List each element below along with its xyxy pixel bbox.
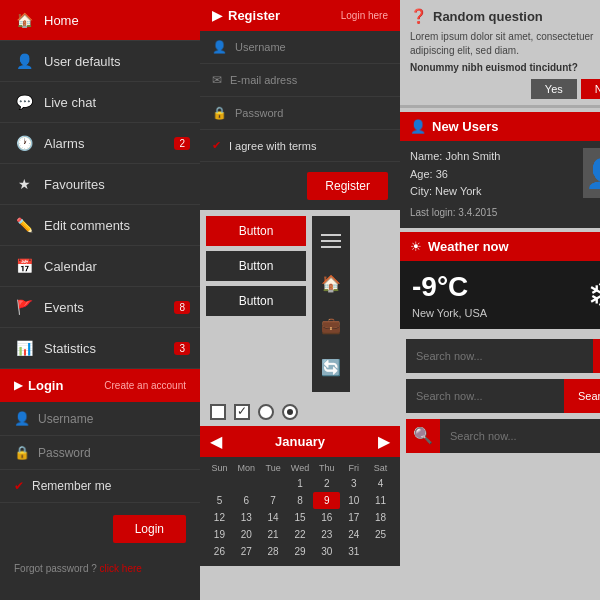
checkbox-checked[interactable] (234, 404, 250, 420)
cal-day-header-Thu: Thu (313, 461, 340, 475)
cal-day29[interactable]: 29 (287, 543, 314, 560)
username-field-row: 👤 (0, 402, 200, 436)
register-username-input[interactable] (235, 41, 388, 53)
cal-day31[interactable]: 31 (340, 543, 367, 560)
calendar-next[interactable]: ▶ (378, 432, 390, 451)
forgot-area: Forgot password ? click here (0, 555, 200, 582)
cal-day18[interactable]: 18 (367, 509, 394, 526)
register-email-row: ✉ (200, 64, 400, 97)
search-input-2[interactable] (406, 379, 564, 413)
button-1[interactable]: Button (206, 216, 306, 246)
new-users-info: Name: John Smith Age: 36 City: New York … (410, 148, 500, 221)
cal-day9[interactable]: 9 (313, 492, 340, 509)
cal-day1[interactable]: 1 (287, 475, 314, 492)
cal-day27[interactable]: 27 (233, 543, 260, 560)
refresh-icon[interactable]: 🔄 (312, 348, 350, 386)
radio-checked[interactable] (282, 404, 298, 420)
user-avatar: 👤 (583, 148, 600, 198)
yes-button[interactable]: Yes (531, 79, 577, 99)
cal-day19[interactable]: 19 (206, 526, 233, 543)
cal-day20[interactable]: 20 (233, 526, 260, 543)
search-row-1: 🔍 (406, 339, 600, 373)
cal-day5[interactable]: 5 (206, 492, 233, 509)
nav-icon-5: ✏️ (14, 215, 34, 235)
username-input[interactable] (38, 412, 186, 426)
nav-badge-3: 2 (174, 137, 190, 150)
buttons-row: Button Button Button 🏠 💼 🔄 (200, 210, 400, 398)
cal-day25[interactable]: 25 (367, 526, 394, 543)
cal-day2[interactable]: 2 (313, 475, 340, 492)
nav-item-live-chat[interactable]: 💬 Live chat (0, 82, 200, 123)
svg-rect-0 (321, 234, 341, 236)
nav-item-user-defaults[interactable]: 👤 User defaults (0, 41, 200, 82)
nav-item-home[interactable]: 🏠 Home (0, 0, 200, 41)
cal-day12[interactable]: 12 (206, 509, 233, 526)
remember-me-row: ✔ Remember me (0, 470, 200, 503)
cal-day28[interactable]: 28 (260, 543, 287, 560)
nav-item-edit-comments[interactable]: ✏️ Edit comments (0, 205, 200, 246)
login-here-link[interactable]: Login here (341, 10, 388, 21)
cal-day4[interactable]: 4 (367, 475, 394, 492)
hamburger-icon[interactable] (312, 222, 350, 260)
button-3[interactable]: Button (206, 286, 306, 316)
cal-day-empty (233, 475, 260, 492)
register-button[interactable]: Register (307, 172, 388, 200)
nav-item-statistics[interactable]: 📊 Statistics 3 (0, 328, 200, 369)
login-button[interactable]: Login (113, 515, 186, 543)
snowflake-icon: ❄ (587, 272, 600, 318)
home-icon-side[interactable]: 🏠 (312, 264, 350, 302)
cal-day17[interactable]: 17 (340, 509, 367, 526)
briefcase-icon[interactable]: 💼 (312, 306, 350, 344)
cal-day-header-Mon: Mon (233, 461, 260, 475)
cal-day6[interactable]: 6 (233, 492, 260, 509)
search-input-3[interactable] (440, 419, 600, 453)
search-icon-btn-3[interactable]: 🔍 (406, 419, 440, 453)
create-account-link[interactable]: Create an account (104, 380, 186, 391)
cal-day24[interactable]: 24 (340, 526, 367, 543)
cal-day-header-Sat: Sat (367, 461, 394, 475)
cal-day10[interactable]: 10 (340, 492, 367, 509)
cal-day21[interactable]: 21 (260, 526, 287, 543)
cal-day30[interactable]: 30 (313, 543, 340, 560)
click-here-link[interactable]: click here (100, 563, 142, 574)
controls-area (200, 398, 400, 426)
radio-unchecked[interactable] (258, 404, 274, 420)
remember-label: Remember me (32, 479, 111, 493)
cal-day13[interactable]: 13 (233, 509, 260, 526)
cal-day14[interactable]: 14 (260, 509, 287, 526)
user-last-login: Last login: 3.4.2015 (410, 205, 500, 221)
cal-day3[interactable]: 3 (340, 475, 367, 492)
cal-day22[interactable]: 22 (287, 526, 314, 543)
checkbox-unchecked[interactable] (210, 404, 226, 420)
cal-day7[interactable]: 7 (260, 492, 287, 509)
search-input-1[interactable] (406, 339, 593, 373)
nav-label-6: Calendar (44, 259, 97, 274)
cal-day-empty (206, 475, 233, 492)
cal-day23[interactable]: 23 (313, 526, 340, 543)
cal-day26[interactable]: 26 (206, 543, 233, 560)
password-input[interactable] (38, 446, 186, 460)
search-icon-btn-1[interactable]: 🔍 (593, 339, 600, 373)
cal-day8[interactable]: 8 (287, 492, 314, 509)
cal-day11[interactable]: 11 (367, 492, 394, 509)
register-email-input[interactable] (230, 74, 388, 86)
register-password-input[interactable] (235, 107, 388, 119)
cal-day-header-Wed: Wed (287, 461, 314, 475)
nav-item-alarms[interactable]: 🕐 Alarms 2 (0, 123, 200, 164)
nav-item-events[interactable]: 🚩 Events 8 (0, 287, 200, 328)
button-2[interactable]: Button (206, 251, 306, 281)
calendar-prev[interactable]: ◀ (210, 432, 222, 451)
search-row-3: 🔍 (406, 419, 600, 453)
no-button[interactable]: No (581, 79, 600, 99)
nav-item-favourites[interactable]: ★ Favourites (0, 164, 200, 205)
nav-item-calendar[interactable]: 📅 Calendar (0, 246, 200, 287)
cal-day16[interactable]: 16 (313, 509, 340, 526)
search-button-2[interactable]: Search (564, 379, 600, 413)
nav-label-7: Events (44, 300, 84, 315)
nav-label-4: Favourites (44, 177, 105, 192)
random-question-text: Lorem ipsum dolor sit amet, consectetuer… (410, 30, 600, 58)
left-panel: 🏠 Home 👤 User defaults 💬 Live chat 🕐 Ala… (0, 0, 200, 600)
register-title: ▶ Register (212, 8, 280, 23)
random-question-header: ❓ Random question (410, 8, 600, 24)
cal-day15[interactable]: 15 (287, 509, 314, 526)
